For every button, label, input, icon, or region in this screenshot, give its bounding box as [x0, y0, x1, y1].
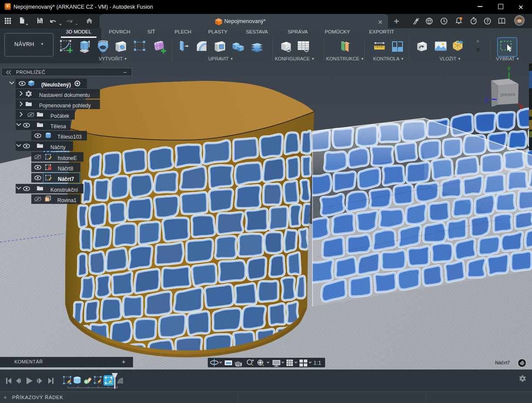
svg-text:1:1: 1:1: [313, 360, 321, 366]
svg-text:F: F: [7, 4, 10, 8]
svg-text:Y: Y: [507, 66, 511, 72]
svg-text:?: ?: [486, 19, 489, 23]
